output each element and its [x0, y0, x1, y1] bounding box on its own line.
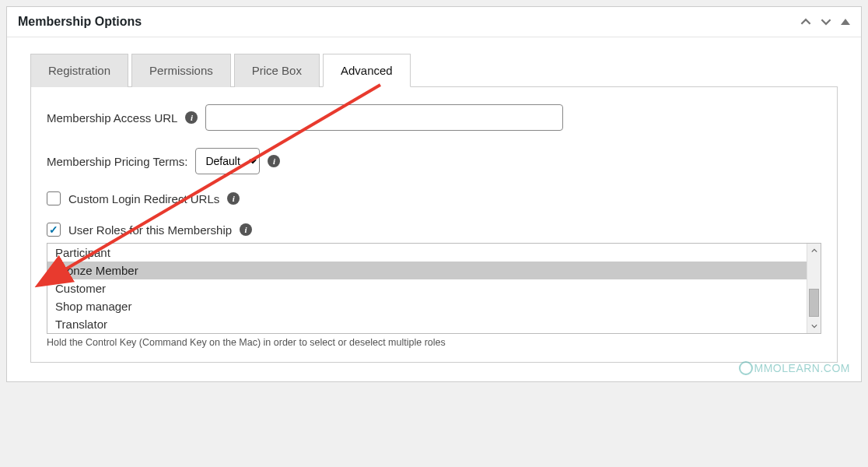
- access-url-input[interactable]: [205, 104, 563, 131]
- chevron-up-icon[interactable]: [800, 16, 811, 27]
- field-access-url: Membership Access URL i: [47, 104, 821, 131]
- user-roles-label: User Roles for this Membership: [68, 223, 232, 237]
- watermark-text: MMOLEARN.COM: [754, 362, 850, 374]
- panel-header: Membership Options: [7, 7, 861, 37]
- scrollbar[interactable]: [807, 244, 821, 333]
- pricing-terms-select[interactable]: Default: [195, 148, 260, 174]
- roles-helper-text: Hold the Control Key (Command Key on the…: [47, 337, 821, 348]
- membership-options-panel: Membership Options Registration Permissi…: [6, 6, 862, 382]
- scroll-up-icon[interactable]: [807, 244, 821, 258]
- role-option[interactable]: Participant: [47, 244, 821, 262]
- tab-advanced[interactable]: Advanced: [323, 54, 411, 87]
- scroll-track[interactable]: [807, 258, 821, 319]
- role-option[interactable]: Customer: [47, 279, 821, 297]
- panel-title: Membership Options: [18, 15, 142, 29]
- info-icon[interactable]: i: [268, 155, 280, 167]
- access-url-label: Membership Access URL: [47, 111, 177, 125]
- tab-bar: Registration Permissions Price Box Advan…: [30, 53, 838, 87]
- tab-content: Membership Access URL i Membership Prici…: [30, 87, 838, 363]
- user-roles-checkbox[interactable]: [47, 223, 61, 237]
- field-custom-login: Custom Login Redirect URLs i: [47, 191, 821, 205]
- panel-header-controls: [800, 16, 850, 27]
- watermark: MMOLEARN.COM: [739, 361, 850, 375]
- tab-permissions[interactable]: Permissions: [131, 54, 231, 87]
- scroll-down-icon[interactable]: [807, 319, 821, 333]
- info-icon[interactable]: i: [240, 223, 252, 236]
- pricing-terms-label: Membership Pricing Terms:: [47, 155, 187, 168]
- role-option[interactable]: Shop manager: [47, 297, 821, 315]
- watermark-logo-icon: [739, 361, 753, 375]
- scroll-thumb[interactable]: [809, 289, 819, 317]
- roles-multiselect[interactable]: Participant Bronze Member Customer Shop …: [47, 243, 821, 334]
- tab-registration[interactable]: Registration: [30, 54, 128, 87]
- custom-login-checkbox[interactable]: [47, 191, 61, 205]
- field-user-roles: User Roles for this Membership i: [47, 223, 821, 237]
- roles-list: Participant Bronze Member Customer Shop …: [47, 244, 821, 333]
- collapse-triangle-icon[interactable]: [841, 19, 850, 25]
- panel-body: Registration Permissions Price Box Advan…: [7, 37, 861, 381]
- info-icon[interactable]: i: [227, 192, 240, 205]
- role-option[interactable]: Translator: [47, 315, 821, 333]
- chevron-down-icon[interactable]: [821, 16, 831, 27]
- tab-price-box[interactable]: Price Box: [234, 54, 320, 87]
- info-icon[interactable]: i: [185, 111, 198, 124]
- field-pricing-terms: Membership Pricing Terms: Default i: [47, 148, 821, 174]
- role-option[interactable]: Bronze Member: [47, 262, 821, 279]
- custom-login-label: Custom Login Redirect URLs: [68, 192, 219, 205]
